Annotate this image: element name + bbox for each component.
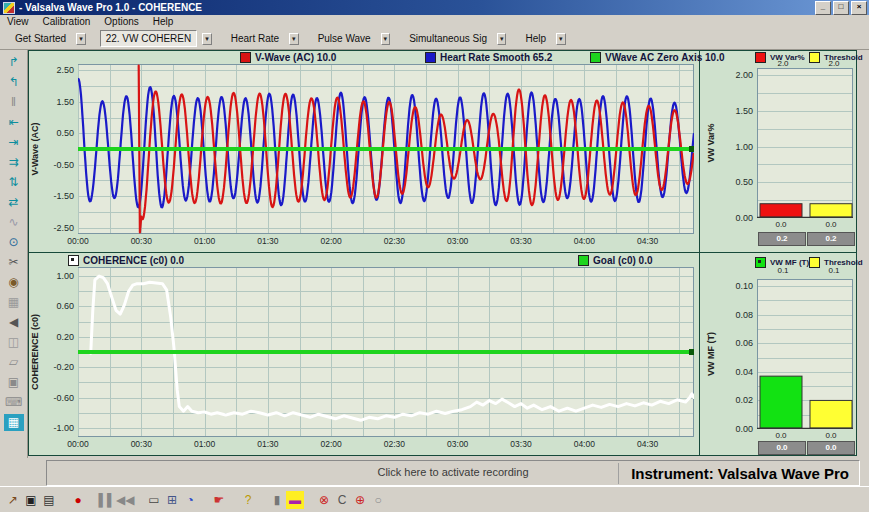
letter-c-icon[interactable]: C bbox=[333, 491, 351, 509]
legend-coherence-c0[interactable]: COHERENCE (c0) 0.0 bbox=[68, 255, 184, 266]
menu-item-view[interactable]: View bbox=[0, 16, 36, 27]
toolbar-button-simultaneous-sig[interactable]: Simultaneous Sig▾ bbox=[404, 30, 506, 47]
hand-pointer-icon[interactable]: ☛ bbox=[210, 491, 228, 509]
monitor-icon[interactable]: ▭ bbox=[145, 491, 163, 509]
toolbar-button-label: Get Started bbox=[10, 31, 71, 46]
flow-icon[interactable]: ⇉ bbox=[4, 154, 24, 171]
keyboard-icon[interactable]: ⌨ bbox=[4, 394, 24, 411]
legend-label: VWave AC Zero Axis 10.0 bbox=[605, 52, 725, 63]
legend-label: V-Wave (AC) 10.0 bbox=[255, 52, 336, 63]
legend-swatch bbox=[809, 257, 820, 268]
legend-label: VW Var% bbox=[770, 53, 805, 62]
toolbar-button-pulse-wave[interactable]: Pulse Wave▾ bbox=[313, 30, 391, 47]
menu-item-options[interactable]: Options bbox=[97, 16, 145, 27]
disk-icon[interactable]: ▣ bbox=[4, 374, 24, 391]
record-icon[interactable]: ● bbox=[69, 491, 87, 509]
toolbar-button-label: 22. VW COHEREN bbox=[100, 30, 198, 47]
legend-goal-c0[interactable]: Goal (c0) 0.0 bbox=[578, 255, 652, 266]
cancel-icon[interactable]: ⊗ bbox=[315, 491, 333, 509]
pause-icon[interactable]: ▌▌ bbox=[98, 491, 116, 509]
legend-vw-mf-t[interactable]: VW MF (T) bbox=[755, 257, 809, 268]
scissors-icon[interactable]: ✂ bbox=[4, 254, 24, 271]
toolbar-button-heart-rate[interactable]: Heart Rate▾ bbox=[226, 30, 299, 47]
chevron-down-icon[interactable]: ▾ bbox=[381, 33, 391, 45]
coherence-chart-panel bbox=[29, 253, 699, 455]
status-bar: Click here to activate recording Instrum… bbox=[0, 458, 869, 486]
vw-mf-bar-panel bbox=[700, 253, 856, 455]
title-bar: - Valsalva Wave Pro 1.0 - COHERENCE _□× bbox=[0, 0, 869, 15]
timer-icon[interactable]: ◔ bbox=[181, 491, 199, 509]
battery-icon[interactable]: ▬ bbox=[286, 491, 304, 509]
toolbar-button-22-vw-coheren[interactable]: 22. VW COHEREN▾ bbox=[100, 30, 212, 47]
chevron-down-icon[interactable]: ▾ bbox=[202, 33, 212, 45]
legend-label: Goal (c0) 0.0 bbox=[593, 255, 652, 266]
toolbar-button-get-started[interactable]: Get Started▾ bbox=[10, 30, 86, 47]
window-asterisk-icon[interactable]: ⊞ bbox=[163, 491, 181, 509]
toolbar-button-help[interactable]: Help▾ bbox=[520, 30, 565, 47]
frames-icon[interactable]: ◫ bbox=[4, 334, 24, 351]
active-panel-icon[interactable]: ▦ bbox=[4, 414, 24, 431]
chevron-down-icon[interactable]: ▾ bbox=[289, 33, 299, 45]
save-icon[interactable]: ▣ bbox=[22, 491, 40, 509]
legend-swatch bbox=[755, 257, 766, 268]
launch-arrow-icon[interactable]: ↗ bbox=[4, 491, 22, 509]
legend-vw-var[interactable]: VW Var% bbox=[755, 52, 805, 63]
help-icon[interactable]: ? bbox=[239, 491, 257, 509]
legend-swatch bbox=[755, 52, 766, 63]
legend-v-wave-ac[interactable]: V-Wave (AC) 10.0 bbox=[240, 52, 336, 63]
toolbar-button-label: Heart Rate bbox=[226, 31, 284, 46]
legend-vwave-ac-zero-axis[interactable]: VWave AC Zero Axis 10.0 bbox=[590, 52, 725, 63]
valve-left-icon[interactable]: ⇤ bbox=[4, 114, 24, 131]
pause-marks-icon[interactable]: ‖ bbox=[4, 94, 24, 111]
legend-threshold[interactable]: Threshold bbox=[809, 52, 863, 63]
legend-label: Heart Rate Smooth 65.2 bbox=[440, 52, 552, 63]
probe-left-icon[interactable]: ↰ bbox=[4, 74, 24, 91]
menu-item-help[interactable]: Help bbox=[146, 16, 181, 27]
wave-icon[interactable]: ∿ bbox=[4, 214, 24, 231]
legend-swatch bbox=[578, 255, 589, 266]
legend-swatch bbox=[809, 52, 820, 63]
left-sidebar: ↱↰‖⇤⇥⇉⇅⇄∿⊙✂◉▦◀◫▱▣⌨▦ bbox=[0, 50, 28, 486]
close-button[interactable]: × bbox=[851, 1, 867, 15]
menu-item-calibration[interactable]: Calibration bbox=[36, 16, 98, 27]
zoom-icon[interactable]: ⊙ bbox=[4, 234, 24, 251]
status-strip: Click here to activate recording Instrum… bbox=[46, 460, 860, 486]
minimize-button[interactable]: _ bbox=[815, 1, 831, 15]
instrument-label: Instrument: Valsalva Wave Pro bbox=[618, 463, 853, 484]
legend-threshold[interactable]: Threshold bbox=[809, 257, 863, 268]
toolbar-button-label: Simultaneous Sig bbox=[404, 31, 492, 46]
probe-right-icon[interactable]: ↱ bbox=[4, 54, 24, 71]
toolbar: Get Started▾22. VW COHEREN▾Heart Rate▾Pu… bbox=[0, 28, 869, 50]
rewind-icon[interactable]: ◀◀ bbox=[116, 491, 134, 509]
legend-swatch bbox=[425, 52, 436, 63]
chevron-down-icon[interactable]: ▾ bbox=[497, 33, 507, 45]
legend-swatch bbox=[240, 52, 251, 63]
legend-label: Threshold bbox=[824, 53, 863, 62]
legend-swatch bbox=[590, 52, 601, 63]
charts-area bbox=[28, 50, 857, 456]
vw-var-bar-panel bbox=[700, 51, 856, 252]
microphone-icon[interactable]: ▮ bbox=[268, 491, 286, 509]
app-window: { "window": { "title": "- Valsalva Wave … bbox=[0, 0, 869, 512]
toolbar-button-label: Pulse Wave bbox=[313, 31, 376, 46]
signal-loop-icon[interactable]: ⇄ bbox=[4, 194, 24, 211]
layers-icon[interactable]: ▱ bbox=[4, 354, 24, 371]
legend-swatch bbox=[68, 255, 79, 266]
speaker-icon[interactable]: ◀ bbox=[4, 314, 24, 331]
window-title: - Valsalva Wave Pro 1.0 - COHERENCE bbox=[19, 2, 202, 13]
chevron-down-icon[interactable]: ▾ bbox=[556, 33, 566, 45]
chevron-down-icon[interactable]: ▾ bbox=[76, 33, 86, 45]
legend-heart-rate-smooth[interactable]: Heart Rate Smooth 65.2 bbox=[425, 52, 552, 63]
print-icon[interactable]: ▤ bbox=[40, 491, 58, 509]
signal-swap-icon[interactable]: ⇅ bbox=[4, 174, 24, 191]
legend-label: Threshold bbox=[824, 258, 863, 267]
restore-button[interactable]: □ bbox=[833, 1, 849, 15]
menu-bar: ViewCalibrationOptionsHelp bbox=[0, 15, 869, 28]
valve-right-icon[interactable]: ⇥ bbox=[4, 134, 24, 151]
circle-icon[interactable]: ○ bbox=[369, 491, 387, 509]
grid-icon[interactable]: ▦ bbox=[4, 294, 24, 311]
add-target-icon[interactable]: ⊕ bbox=[351, 491, 369, 509]
vwave-chart-panel bbox=[29, 51, 699, 252]
camera-icon[interactable]: ◉ bbox=[4, 274, 24, 291]
window-controls: _□× bbox=[815, 1, 867, 15]
